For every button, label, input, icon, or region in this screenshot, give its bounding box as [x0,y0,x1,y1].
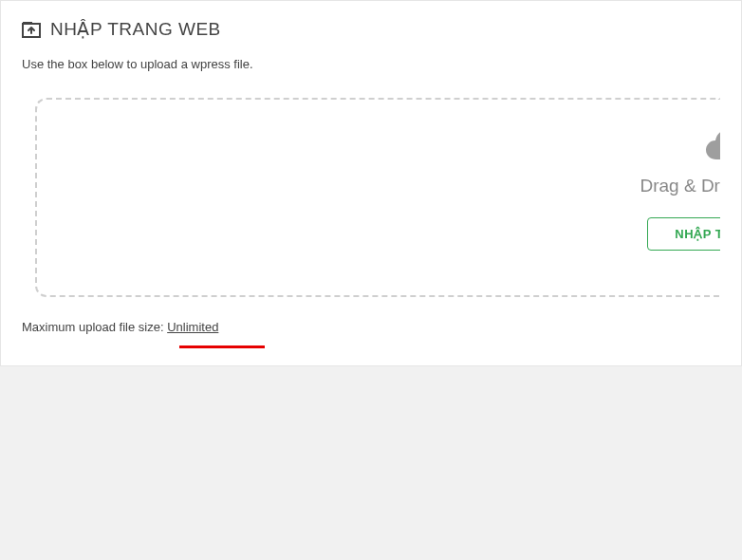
panel-description: Use the box below to upload a wpress fil… [22,57,720,71]
drop-zone[interactable]: Drag & Drop to upload NHẬP TỪ [35,98,720,297]
max-upload-info: Maximum upload file size: Unlimited [22,320,720,334]
max-upload-label: Maximum upload file size: [22,320,167,334]
drop-content: Drag & Drop to upload NHẬP TỪ [540,126,720,251]
max-upload-value: Unlimited [167,320,218,334]
annotation-underline [179,345,265,348]
import-icon [22,21,43,38]
svg-rect-1 [23,22,32,25]
drop-text: Drag & Drop to upload [640,176,720,196]
import-panel: NHẬP TRANG WEB Use the box below to uplo… [0,0,742,366]
import-from-button[interactable]: NHẬP TỪ [647,217,720,251]
cloud-upload-icon [705,126,720,166]
panel-header: NHẬP TRANG WEB [22,18,720,40]
panel-title: NHẬP TRANG WEB [50,18,221,40]
import-button-label: NHẬP TỪ [675,227,720,241]
